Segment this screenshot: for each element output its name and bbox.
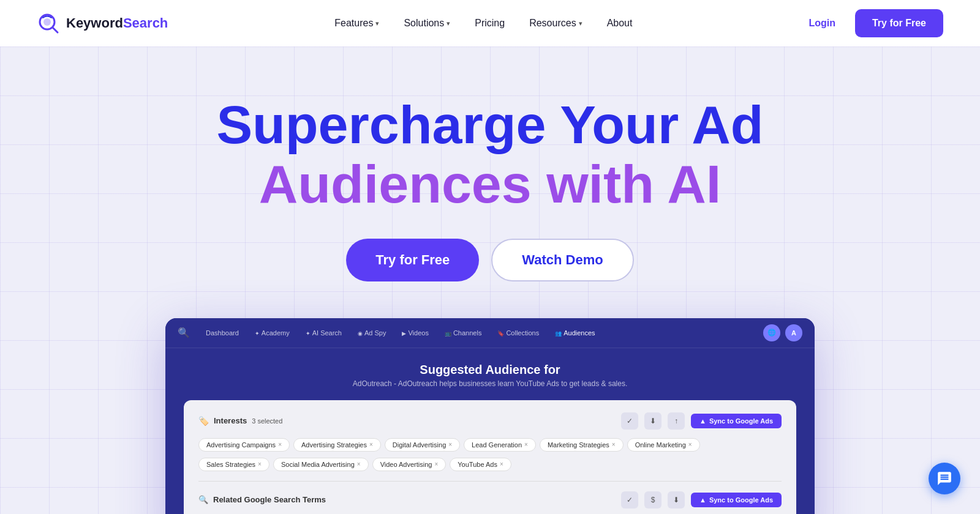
tag-sales-strategies[interactable]: Sales Strategies ×	[198, 458, 270, 471]
tag-youtube-ads[interactable]: YouTube Ads ×	[450, 458, 511, 471]
app-tab-collections[interactable]: 🔖Collections	[491, 327, 545, 339]
tag-marketing-strategies[interactable]: Marketing Strategies ×	[540, 438, 624, 452]
tag-lead-generation[interactable]: Lead Generation ×	[464, 438, 536, 452]
download-icon-2[interactable]: ⬇	[668, 491, 685, 508]
dollar-icon[interactable]: $	[644, 491, 662, 508]
chevron-down-icon: ▾	[579, 20, 582, 28]
app-tab-academy[interactable]: ✦Academy	[249, 327, 296, 339]
app-avatar-area: 🌐 A	[763, 324, 802, 341]
nav-links: Features ▾ Solutions ▾ Pricing Resources…	[325, 13, 642, 34]
interests-actions: ✓ ⬇ ↑ ▲ Sync to Google Ads	[621, 412, 782, 430]
check-icon[interactable]: ✓	[621, 412, 638, 430]
tag-social-media-advertising[interactable]: Social Media Advertising ×	[273, 458, 369, 471]
nav-try-free-button[interactable]: Try for Free	[855, 9, 943, 37]
app-flag-avatar: 🌐	[763, 324, 780, 341]
nav-resources[interactable]: Resources ▾	[519, 13, 592, 34]
app-preview: 🔍 Dashboard ✦Academy ✦AI Search ◉Ad Spy …	[165, 318, 815, 514]
tags-row-1: Advertising Campaigns × Advertising Stra…	[198, 438, 782, 452]
chevron-down-icon: ▾	[447, 20, 450, 28]
search-small-icon: 🔍	[198, 495, 208, 504]
sync-google-ads-button-2[interactable]: ▲ Sync to Google Ads	[691, 493, 782, 507]
chevron-down-icon: ▾	[375, 20, 379, 28]
related-actions: ✓ $ ⬇ ▲ Sync to Google Ads	[621, 491, 782, 508]
nav-about[interactable]: About	[597, 13, 643, 34]
interests-row: 🏷️ Interests 3 selected ✓ ⬇ ↑ ▲ Sync to …	[198, 412, 782, 430]
logo-icon	[37, 12, 60, 35]
tag-online-marketing[interactable]: Online Marketing ×	[627, 438, 700, 452]
interests-label-area: 🏷️ Interests 3 selected	[198, 416, 282, 426]
search-icon: 🔍	[178, 327, 190, 338]
app-content: Suggested Audience for AdOutreach - AdOu…	[165, 348, 815, 514]
nav-features[interactable]: Features ▾	[325, 13, 389, 34]
nav-solutions[interactable]: Solutions ▾	[394, 13, 460, 34]
navbar: KeywordSearch Features ▾ Solutions ▾ Pri…	[0, 0, 980, 47]
nav-pricing[interactable]: Pricing	[465, 13, 514, 34]
chat-icon	[937, 471, 952, 486]
logo-text: KeywordSearch	[66, 15, 168, 31]
related-label: Related Google Search Terms	[213, 495, 326, 504]
related-label-area: 🔍 Related Google Search Terms	[198, 495, 326, 504]
tag-advertising-strategies[interactable]: Advertising Strategies ×	[293, 438, 381, 452]
app-heading: Suggested Audience for	[184, 363, 796, 377]
app-subheading: AdOutreach - AdOutreach helps businesses…	[184, 379, 796, 388]
svg-line-2	[53, 28, 58, 32]
app-topbar: 🔍 Dashboard ✦Academy ✦AI Search ◉Ad Spy …	[165, 318, 815, 348]
chat-bubble-button[interactable]	[929, 463, 960, 494]
tag-advertising-campaigns[interactable]: Advertising Campaigns ×	[198, 438, 290, 452]
app-card: 🏷️ Interests 3 selected ✓ ⬇ ↑ ▲ Sync to …	[184, 400, 796, 514]
app-tab-videos[interactable]: ▶Videos	[396, 327, 434, 339]
app-tab-audiences[interactable]: 👥Audiences	[549, 327, 601, 339]
download-icon[interactable]: ⬇	[644, 412, 662, 430]
app-tab-ad-spy[interactable]: ◉Ad Spy	[352, 327, 392, 339]
app-tab-channels[interactable]: 📺Channels	[439, 327, 488, 339]
interests-count: 3 selected	[252, 417, 282, 425]
app-tab-ai-search[interactable]: ✦AI Search	[300, 327, 348, 339]
related-search-row: 🔍 Related Google Search Terms ✓ $ ⬇ ▲ Sy…	[198, 491, 782, 508]
google-ads-icon: ▲	[699, 417, 706, 425]
logo[interactable]: KeywordSearch	[37, 12, 168, 35]
hero-title: Supercharge Your Ad Audiences with AI	[184, 95, 796, 214]
hero-section: Supercharge Your Ad Audiences with AI Tr…	[0, 47, 980, 514]
login-button[interactable]: Login	[799, 13, 845, 34]
hero-cta-buttons: Try for Free Watch Demo	[37, 239, 943, 281]
tag-digital-advertising[interactable]: Digital Advertising ×	[385, 438, 460, 452]
interests-icon: 🏷️	[198, 416, 209, 426]
check-icon-2[interactable]: ✓	[621, 491, 638, 508]
tags-row-2: Sales Strategies × Social Media Advertis…	[198, 458, 782, 471]
nav-right: Login Try for Free	[799, 9, 943, 37]
hero-try-free-button[interactable]: Try for Free	[346, 239, 479, 281]
google-ads-icon-2: ▲	[699, 496, 706, 504]
card-divider	[198, 481, 782, 482]
hero-watch-demo-button[interactable]: Watch Demo	[491, 239, 633, 281]
svg-point-1	[43, 18, 51, 26]
app-tab-dashboard[interactable]: Dashboard	[200, 327, 245, 339]
export-icon[interactable]: ↑	[668, 412, 685, 430]
tag-video-advertising[interactable]: Video Advertising ×	[372, 458, 447, 471]
app-nav-tabs: Dashboard ✦Academy ✦AI Search ◉Ad Spy ▶V…	[200, 327, 601, 339]
interests-label: Interests	[214, 416, 247, 425]
sync-google-ads-button[interactable]: ▲ Sync to Google Ads	[691, 414, 782, 428]
app-user-avatar: A	[785, 324, 802, 341]
